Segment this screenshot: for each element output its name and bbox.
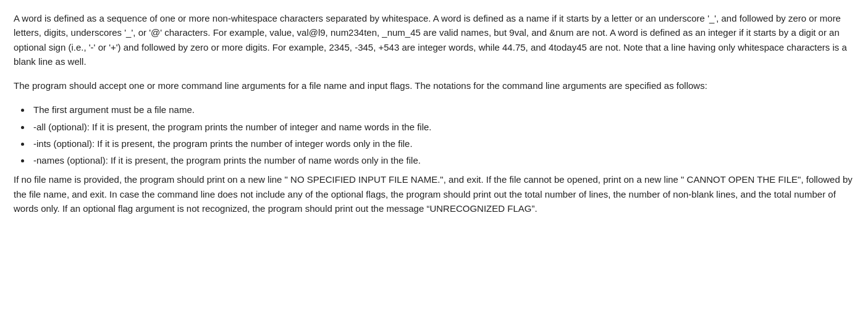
list-item: The first argument must be a file name. [31,103,854,117]
list-item-3-text: -ints (optional): If it is present, the … [33,138,413,149]
paragraph-2-text: The program should accept one or more co… [14,78,854,93]
paragraph-3-text: If no file name is provided, the program… [14,172,854,216]
paragraph-1: A word is defined as a sequence of one o… [14,11,854,69]
paragraph-1-text: A word is defined as a sequence of one o… [14,11,854,69]
list-item: -all (optional): If it is present, the p… [31,120,854,134]
paragraph-3: If no file name is provided, the program… [14,172,854,216]
list-item-2-text: -all (optional): If it is present, the p… [33,122,432,132]
list-item-4-text: -names (optional): If it is present, the… [33,155,421,165]
list-item-1-text: The first argument must be a file name. [33,104,195,115]
paragraph-2: The program should accept one or more co… [14,78,854,93]
list-item: -ints (optional): If it is present, the … [31,136,854,151]
list-item: -names (optional): If it is present, the… [31,153,854,167]
bullet-list: The first argument must be a file name. … [14,103,854,167]
